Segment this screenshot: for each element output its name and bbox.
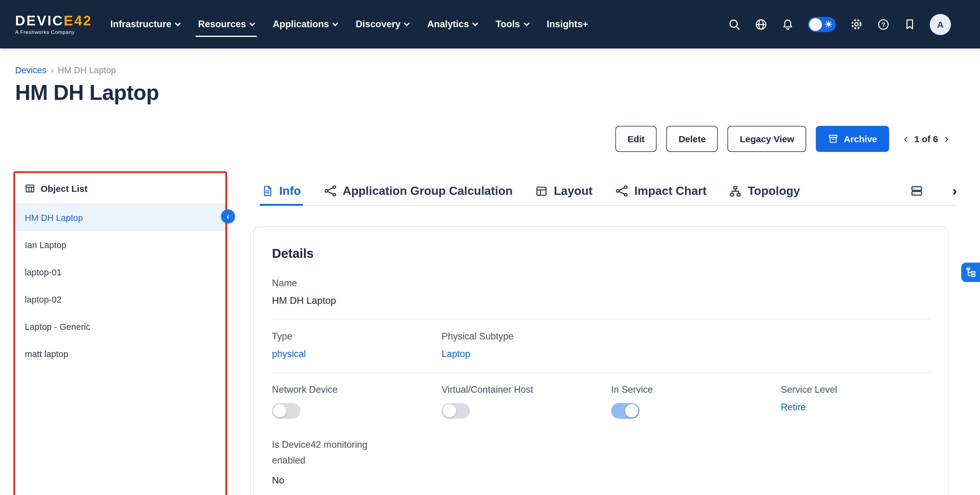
list-item[interactable]: HM DH Laptop (15, 204, 225, 231)
tab-info[interactable]: Info (262, 177, 301, 205)
archive-button[interactable]: Archive (816, 126, 889, 152)
layout-icon (536, 185, 548, 197)
bookmark-icon[interactable] (904, 18, 916, 30)
sun-icon (824, 19, 834, 29)
nav-applications[interactable]: Applications (273, 0, 338, 48)
field-name: Name HM DH Laptop (272, 278, 930, 306)
tab-impact-chart[interactable]: Impact Chart (616, 177, 706, 205)
tab-label: Info (279, 184, 301, 198)
network-icon (324, 184, 336, 197)
service-level-link[interactable]: Retire (781, 402, 930, 413)
archive-icon (828, 134, 838, 144)
next-record-button[interactable]: › (945, 133, 948, 144)
nav-label: Analytics (427, 19, 469, 30)
logo-tagline: A Freshworks Company (15, 29, 92, 35)
help-icon[interactable]: ? (877, 18, 890, 30)
chevron-down-icon (175, 20, 181, 26)
divider (272, 319, 930, 319)
field-label: Network Device (272, 384, 442, 395)
device42-app: DEVICE42 A Freshworks Company Infrastruc… (0, 0, 980, 495)
sitemap-icon (730, 185, 742, 197)
nav-label: Tools (496, 19, 520, 30)
object-list-header: Object List (15, 174, 225, 204)
logo-wordmark: DEVICE42 (15, 13, 92, 28)
field-physical-subtype: Physical Subtype Laptop (442, 331, 611, 359)
physical-subtype-link[interactable]: Laptop (442, 349, 611, 359)
field-row-type: Type physical Physical Subtype Laptop (272, 331, 930, 359)
field-label: In Service (611, 384, 781, 395)
nav-insights[interactable]: Insights+ (547, 0, 588, 48)
user-avatar[interactable]: A (930, 14, 951, 35)
virtual-container-host-toggle[interactable] (442, 403, 470, 419)
tab-topology[interactable]: Topology (730, 177, 800, 205)
top-navbar: DEVICE42 A Freshworks Company Infrastruc… (0, 0, 980, 48)
object-list-title: Object List (41, 183, 88, 194)
record-pager: ‹ 1 of 6 › (904, 133, 948, 144)
field-monitoring: Is Device42 monitoring enabled No (272, 437, 930, 486)
field-label: Virtual/Container Host (442, 384, 611, 395)
nav-label: Discovery (356, 19, 401, 30)
collapse-panel-button[interactable]: ‹ (221, 209, 235, 223)
tab-partial[interactable] (911, 177, 929, 205)
object-list: HM DH Laptop Ian Laptop laptop-01 laptop… (15, 204, 225, 495)
list-item[interactable]: Laptop - Generic (15, 313, 225, 340)
field-label: Service Level (781, 384, 930, 395)
details-card: Details Name HM DH Laptop Type physical … (253, 226, 948, 495)
main-content: Devices › HM DH Laptop HM DH Laptop Edit… (0, 48, 980, 495)
divider (272, 372, 930, 373)
nav-analytics[interactable]: Analytics (427, 0, 477, 48)
list-item[interactable]: matt laptop (15, 340, 225, 367)
tab-application-group-calculation[interactable]: Application Group Calculation (324, 177, 512, 205)
nav-label: Infrastructure (110, 19, 172, 30)
tab-label: Application Group Calculation (342, 184, 512, 198)
delete-button[interactable]: Delete (667, 126, 718, 152)
field-network-device: Network Device (272, 384, 442, 419)
type-link[interactable]: physical (272, 349, 442, 359)
document-icon (262, 185, 273, 197)
detail-tabs: Info Application Group Calculation Layou… (262, 177, 957, 206)
network-icon (616, 184, 628, 197)
breadcrumb: Devices › HM DH Laptop (0, 48, 980, 75)
field-label: Type (272, 331, 442, 342)
toggle-knob (809, 18, 822, 30)
field-label: Is Device42 monitoring enabled (272, 437, 396, 468)
table-icon (25, 183, 35, 194)
field-value: HM DH Laptop (272, 295, 930, 306)
list-item[interactable]: Ian Laptop (15, 231, 225, 259)
field-type: Type physical (272, 331, 442, 359)
more-tabs-chevron[interactable]: › (953, 184, 957, 198)
nav-label: Applications (273, 19, 329, 30)
search-icon[interactable] (728, 18, 741, 30)
tab-label: Impact Chart (635, 184, 706, 198)
chevron-down-icon (332, 20, 339, 26)
details-heading: Details (272, 246, 930, 261)
tab-layout[interactable]: Layout (536, 177, 593, 205)
in-service-toggle[interactable] (611, 403, 640, 419)
nav-label: Insights+ (547, 19, 588, 30)
record-position: 1 of 6 (914, 134, 938, 144)
edit-button[interactable]: Edit (616, 126, 657, 152)
nav-discovery[interactable]: Discovery (356, 0, 409, 48)
field-virtual-container-host: Virtual/Container Host (442, 384, 611, 419)
list-item[interactable]: laptop-02 (15, 286, 225, 313)
bell-icon[interactable] (781, 18, 794, 30)
breadcrumb-devices-link[interactable]: Devices (15, 65, 46, 75)
nav-infrastructure[interactable]: Infrastructure (110, 0, 180, 48)
field-in-service: In Service (611, 384, 781, 419)
nav-tools[interactable]: Tools (496, 0, 528, 48)
device42-logo[interactable]: DEVICE42 A Freshworks Company (15, 13, 92, 35)
legacy-view-button[interactable]: Legacy View (728, 126, 807, 152)
network-device-toggle[interactable] (272, 403, 301, 419)
list-item[interactable]: laptop-01 (15, 259, 225, 286)
tree-view-button[interactable] (961, 263, 980, 282)
nav-resources[interactable]: Resources (198, 0, 255, 48)
action-buttons: Edit Delete Legacy View Archive ‹ 1 of 6… (616, 126, 948, 152)
server-icon (911, 184, 923, 197)
gear-icon[interactable] (850, 17, 863, 31)
tab-label: Layout (554, 184, 593, 198)
prev-record-button[interactable]: ‹ (904, 133, 908, 144)
chevron-down-icon (404, 20, 410, 26)
globe-icon[interactable] (755, 18, 767, 30)
nav-label: Resources (198, 19, 246, 30)
theme-toggle[interactable] (808, 17, 836, 32)
